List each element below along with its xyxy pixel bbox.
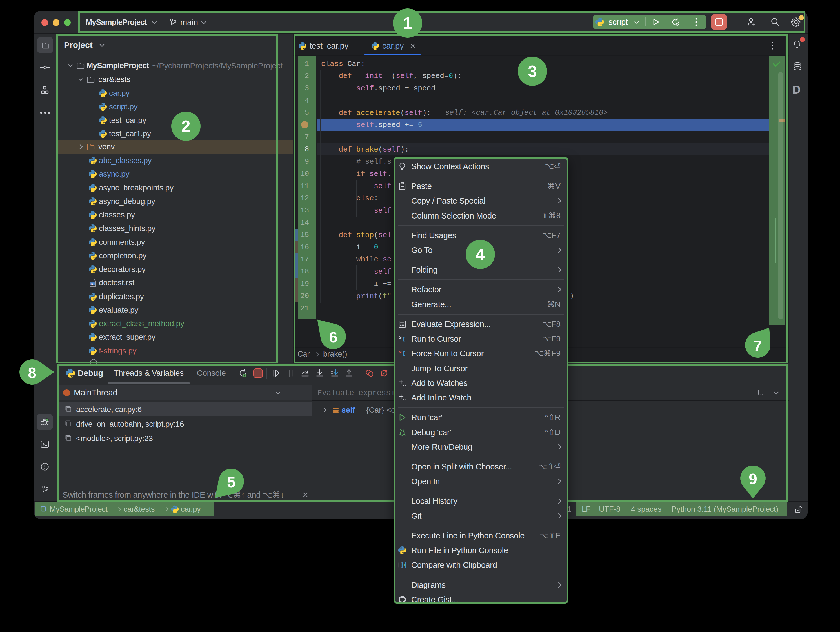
svg-text:8: 8 bbox=[28, 364, 36, 381]
svg-text:6: 6 bbox=[329, 329, 338, 345]
svg-text:5: 5 bbox=[227, 473, 235, 490]
svg-text:9: 9 bbox=[749, 470, 757, 487]
svg-text:7: 7 bbox=[753, 337, 762, 354]
